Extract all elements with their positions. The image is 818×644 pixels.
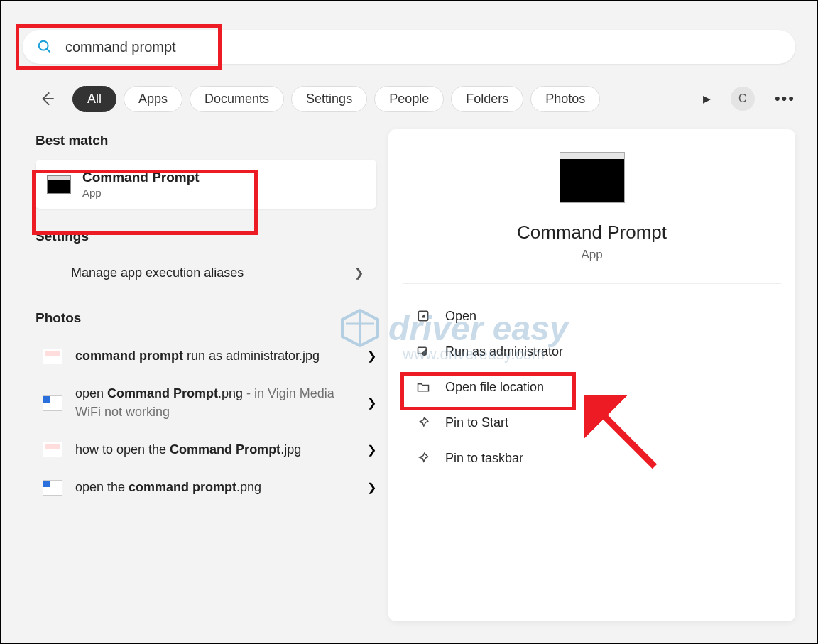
photos-heading: Photos (36, 310, 376, 326)
filter-apps[interactable]: Apps (124, 86, 182, 112)
photo-text: command prompt run as administrator.jpg (75, 347, 354, 365)
photo-text: how to open the Command Prompt.jpg (75, 441, 354, 459)
pin-icon (415, 450, 431, 466)
chevron-right-icon: ❯ (367, 481, 376, 494)
play-icon[interactable]: ▶ (703, 93, 711, 104)
chevron-right-icon: ❯ (367, 349, 376, 363)
cmd-icon-large (560, 152, 625, 203)
photo-result-2[interactable]: how to open the Command Prompt.jpg ❯ (36, 431, 376, 469)
action-label: Open (445, 309, 476, 324)
photo-text: open the command prompt.png (75, 479, 354, 496)
svg-point-0 (39, 41, 48, 50)
action-open[interactable]: Open (415, 298, 768, 334)
cmd-icon (47, 175, 71, 194)
photo-result-0[interactable]: command prompt run as administrator.jpg … (36, 337, 376, 375)
filter-all[interactable]: All (72, 86, 116, 112)
search-input[interactable] (65, 39, 781, 55)
best-match-item[interactable]: Command Prompt App (36, 160, 376, 209)
filter-row: All Apps Documents Settings People Folde… (37, 83, 795, 114)
action-label: Run as administrator (445, 344, 563, 359)
search-icon (37, 39, 53, 55)
settings-heading: Settings (36, 229, 376, 244)
best-match-text: Command Prompt App (82, 170, 200, 199)
chevron-right-icon: ❯ (367, 443, 376, 457)
photo-thumb-icon (43, 480, 62, 496)
app-title: Command Prompt (517, 222, 667, 244)
best-match-title: Command Prompt (82, 170, 200, 185)
filter-photos[interactable]: Photos (530, 86, 600, 112)
settings-item-aliases[interactable]: Manage app execution aliases ❯ (36, 256, 376, 290)
app-preview: Command Prompt App (403, 152, 781, 284)
pin-icon (415, 415, 431, 430)
photo-thumb-icon (43, 442, 62, 457)
photo-result-3[interactable]: open the command prompt.png ❯ (36, 469, 376, 506)
open-icon (415, 308, 431, 324)
filter-folders[interactable]: Folders (451, 86, 523, 112)
action-label: Open file location (445, 380, 544, 395)
chevron-right-icon: ❯ (367, 396, 376, 410)
results-left-panel: Best match Command Prompt App Settings M… (36, 133, 376, 506)
folder-icon (415, 379, 431, 395)
avatar[interactable]: C (731, 87, 755, 111)
action-label: Pin to Start (445, 415, 508, 430)
action-list: Open Run as administrator Open file loca… (403, 298, 781, 476)
action-pin-start[interactable]: Pin to Start (415, 405, 768, 440)
photo-thumb-icon (43, 349, 62, 364)
back-arrow-icon[interactable] (37, 89, 57, 109)
action-run-admin[interactable]: Run as administrator (415, 334, 768, 369)
filter-documents[interactable]: Documents (190, 86, 284, 112)
header-right-controls: ▶ C ••• (703, 87, 795, 111)
settings-item-label: Manage app execution aliases (71, 264, 354, 282)
action-label: Pin to taskbar (445, 451, 523, 466)
search-bar[interactable] (23, 30, 795, 64)
svg-line-1 (47, 49, 50, 53)
app-subtitle: App (581, 248, 602, 262)
shield-icon (415, 344, 431, 359)
best-match-subtitle: App (82, 187, 200, 199)
more-icon[interactable]: ••• (775, 89, 795, 108)
filter-people[interactable]: People (374, 86, 444, 112)
chevron-right-icon: ❯ (354, 266, 364, 280)
best-match-heading: Best match (36, 133, 376, 148)
photo-text: open Command Prompt.png - in Vigin Media… (75, 385, 354, 420)
action-open-location[interactable]: Open file location (415, 369, 768, 405)
filter-settings[interactable]: Settings (291, 86, 367, 112)
photo-result-1[interactable]: open Command Prompt.png - in Vigin Media… (36, 375, 376, 430)
photo-thumb-icon (43, 395, 62, 411)
action-pin-taskbar[interactable]: Pin to taskbar (415, 440, 768, 476)
details-panel: Command Prompt App Open Run as administr… (388, 129, 795, 621)
